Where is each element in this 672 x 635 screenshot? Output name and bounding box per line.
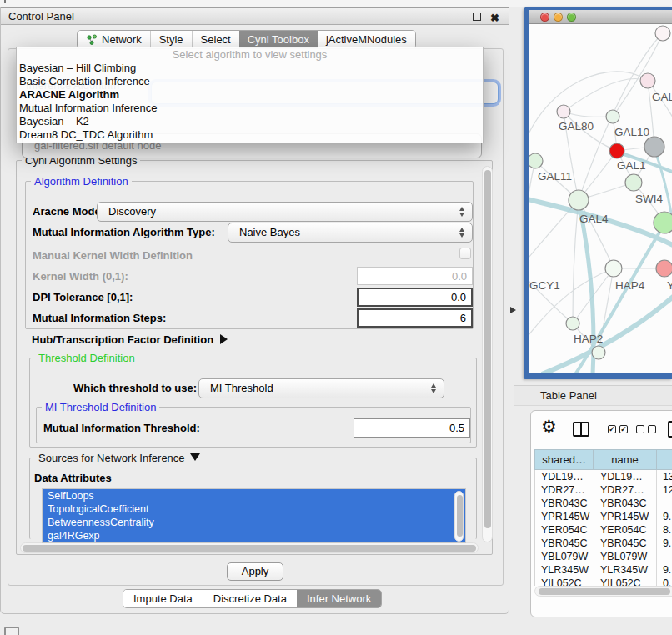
algorithm-option[interactable]: Mutual Information Inference <box>17 102 483 115</box>
close-traffic-light[interactable] <box>540 12 549 22</box>
table-cell[interactable]: YLR345W <box>535 563 594 577</box>
columns-icon[interactable] <box>573 422 589 437</box>
aracne-mode-combobox[interactable]: Discovery <box>97 202 473 222</box>
hub-definition-toggle[interactable]: Hub/Transcription Factor Definition <box>32 333 228 346</box>
deselect-all-icon-2[interactable] <box>648 425 656 433</box>
table-row[interactable]: YLR345WYLR345W9. <box>535 563 672 577</box>
tab-select[interactable]: Select <box>192 31 239 48</box>
export-table-icon[interactable] <box>668 421 672 438</box>
data-attribute-item[interactable]: gal4RGexp <box>43 529 465 542</box>
network-canvas[interactable]: GALGAL80GAL10GAL1GAL11SWI4GAL4GCY1HAP4YH… <box>529 24 672 373</box>
table-cell[interactable]: YIL052C <box>535 577 594 586</box>
settings-vertical-scrollbar-thumb[interactable] <box>484 170 491 528</box>
table-cell[interactable] <box>657 550 672 563</box>
table-cell[interactable]: YDR27… <box>535 483 594 497</box>
table-cell[interactable]: YPR145W <box>594 510 657 523</box>
algorithm-option[interactable]: Basic Correlation Inference <box>17 75 483 88</box>
table-cell[interactable]: YDR27… <box>594 483 657 497</box>
table-row[interactable]: YBR045CYBR045C9. <box>535 537 672 550</box>
close-icon[interactable]: ✖ <box>490 10 499 27</box>
table-cell[interactable]: YER054C <box>594 523 657 537</box>
table-row[interactable]: YER054CYER054C8. <box>535 523 672 537</box>
table-column-header[interactable]: name <box>594 449 656 470</box>
network-node[interactable] <box>655 26 670 41</box>
table-column-header[interactable]: A <box>657 449 672 470</box>
table-cell[interactable]: YER054C <box>535 523 594 537</box>
select-all-icon-2[interactable]: ✓ <box>619 425 628 433</box>
network-node[interactable] <box>609 143 624 158</box>
table-cell[interactable]: YBR045C <box>594 537 657 550</box>
table-cell[interactable]: YDL19… <box>535 470 594 483</box>
network-node[interactable] <box>606 110 619 123</box>
tab-network[interactable]: Network <box>78 31 150 48</box>
algorithm-option[interactable]: Dream8 DC_TDC Algorithm <box>17 128 483 142</box>
table-row[interactable]: YPR145WYPR145W9. <box>535 510 672 523</box>
data-attributes-list[interactable]: SelfLoopsTopologicalCoefficientBetweenne… <box>42 488 466 543</box>
tab-impute-data[interactable]: Impute Data <box>123 590 203 608</box>
which-threshold-combobox[interactable]: MI Threshold <box>198 378 444 398</box>
select-all-icon[interactable]: ✓ <box>608 425 616 433</box>
network-node[interactable] <box>640 73 655 88</box>
table-row[interactable]: YBL079WYBL079W <box>535 550 672 563</box>
tab-discretize-data[interactable]: Discretize Data <box>203 590 297 608</box>
mi-algorithm-type-combobox[interactable]: Naive Bayes <box>228 222 473 242</box>
table-cell[interactable]: 8. <box>657 523 672 537</box>
sources-group-toggle[interactable]: Sources for Network Inference <box>35 452 203 464</box>
table-cell[interactable]: YPR145W <box>535 510 594 523</box>
settings-vertical-scrollbar[interactable] <box>482 166 493 542</box>
apply-button[interactable]: Apply <box>227 562 283 581</box>
minimized-panel-icon[interactable] <box>4 627 19 635</box>
table-cell[interactable]: YBR043C <box>594 497 657 510</box>
table-cell[interactable]: YBR043C <box>535 497 594 510</box>
network-node[interactable] <box>656 260 672 277</box>
network-node[interactable] <box>569 190 589 210</box>
data-attribute-item[interactable]: BetweennessCentrality <box>43 516 465 529</box>
data-attribute-item[interactable]: SelfLoops <box>43 489 465 502</box>
settings-horizontal-scrollbar[interactable] <box>20 542 479 553</box>
network-node[interactable] <box>557 105 570 118</box>
table-cell[interactable]: 9. <box>657 563 672 577</box>
attributes-scrollbar[interactable] <box>454 491 464 542</box>
tab-style[interactable]: Style <box>150 31 192 48</box>
table-row[interactable]: YIL052CYIL052C0. <box>535 577 672 586</box>
algorithm-option[interactable]: Bayesian – K2 <box>17 115 483 128</box>
attributes-scrollbar-thumb[interactable] <box>457 495 463 537</box>
network-node[interactable] <box>592 346 605 359</box>
float-panel-icon[interactable] <box>473 12 481 21</box>
minimize-traffic-light[interactable] <box>554 12 563 22</box>
mi-steps-field[interactable] <box>357 308 473 328</box>
tab-cyni-toolbox[interactable]: Cyni Toolbox <box>239 31 318 48</box>
manual-kernel-width-checkbox[interactable] <box>459 248 471 259</box>
tab-jactivemnodules[interactable]: jActiveMNodules <box>318 31 415 48</box>
table-horizontal-scrollbar-thumb[interactable] <box>539 588 670 595</box>
table-row[interactable]: YDR27…YDR27…12 <box>535 483 672 497</box>
table-cell[interactable]: YIL052C <box>594 577 657 586</box>
settings-horizontal-scrollbar-thumb[interactable] <box>23 545 476 552</box>
zoom-traffic-light[interactable] <box>567 12 576 22</box>
network-node[interactable] <box>566 317 579 330</box>
table-cell[interactable]: YBR045C <box>535 537 594 550</box>
algorithm-option[interactable]: ARACNE Algorithm <box>17 88 483 102</box>
table-cell[interactable]: 9. <box>657 537 672 550</box>
table-row[interactable]: YBR043CYBR043C <box>535 497 672 510</box>
data-attribute-item[interactable]: TopologicalCoefficient <box>43 502 465 516</box>
network-node[interactable] <box>529 153 543 168</box>
table-cell[interactable]: 0. <box>657 577 672 586</box>
tab-infer-network[interactable]: Infer Network <box>297 590 381 608</box>
table-horizontal-scrollbar[interactable] <box>534 586 672 597</box>
table-cell[interactable]: YBL079W <box>594 550 657 563</box>
table-cell[interactable]: YBL079W <box>535 550 594 563</box>
table-cell[interactable]: YDL19… <box>594 470 657 483</box>
algorithm-option[interactable]: Bayesian – Hill Climbing <box>17 62 483 75</box>
gear-icon[interactable]: ⚙ <box>541 417 557 437</box>
kernel-width-field[interactable] <box>357 267 473 285</box>
network-node[interactable] <box>644 137 664 157</box>
table-cell[interactable]: 12 <box>657 483 672 497</box>
table-cell[interactable]: YLR345W <box>594 563 657 577</box>
deselect-all-icon[interactable] <box>636 425 644 433</box>
network-node[interactable] <box>625 174 642 191</box>
network-node[interactable] <box>654 212 672 233</box>
network-node[interactable] <box>605 260 622 277</box>
network-graph[interactable]: GALGAL80GAL10GAL1GAL11SWI4GAL4GCY1HAP4YH… <box>529 24 672 373</box>
table-cell[interactable] <box>657 497 672 510</box>
